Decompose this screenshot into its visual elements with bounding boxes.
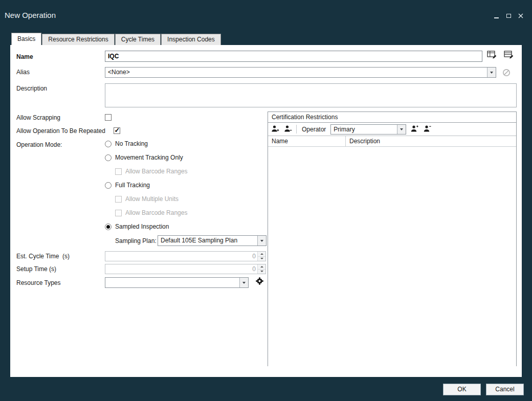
- chevron-down-icon: [400, 128, 403, 130]
- sampling-plan-label: Sampling Plan:: [115, 237, 157, 244]
- est-cycle-time-stepper: [257, 252, 265, 261]
- add-certification-button[interactable]: [271, 125, 280, 134]
- alias-value: <None>: [105, 68, 487, 77]
- operator-select[interactable]: Primary: [330, 124, 406, 135]
- setup-time-stepper: [257, 264, 265, 274]
- person-remove-certification-icon: [284, 125, 292, 134]
- certification-table-header: Name Description: [268, 136, 516, 147]
- setup-time-input: 0: [105, 264, 266, 274]
- toolbar-separator: [296, 125, 297, 133]
- sampling-plan-dropdown-button[interactable]: [257, 236, 266, 246]
- alias-dropdown-button[interactable]: [487, 68, 496, 77]
- arrow-up-icon: [260, 253, 263, 255]
- radio-no-tracking[interactable]: No Tracking: [105, 140, 148, 147]
- minimize-icon: [494, 17, 499, 18]
- movement-tracking-label: Movement Tracking Only: [115, 154, 183, 161]
- radio-movement-tracking[interactable]: Movement Tracking Only: [105, 154, 183, 161]
- radio-sampled-inspection[interactable]: Sampled Inspection: [105, 223, 169, 230]
- sampled-inspection-radio[interactable]: [105, 224, 112, 230]
- allow-scrapping-checkbox[interactable]: [105, 114, 112, 121]
- resource-types-settings-button[interactable]: [254, 277, 264, 287]
- resource-types-label: Resource Types: [16, 279, 61, 286]
- maximize-button[interactable]: [502, 11, 515, 20]
- no-tracking-radio[interactable]: [105, 141, 112, 147]
- certification-restrictions-title: Certification Restrictions: [268, 112, 516, 123]
- person-add-certification-icon: [271, 125, 279, 134]
- chevron-down-icon: [490, 72, 493, 74]
- tab-strip: Basics Resource Restrictions Cycle Times…: [11, 33, 221, 45]
- movement-barcode-checkbox: [115, 168, 122, 175]
- sampling-plan-value: Default 105E Sampling Plan: [158, 236, 257, 246]
- close-icon: [518, 11, 523, 20]
- tab-cycle-times[interactable]: Cycle Times: [115, 34, 161, 45]
- resource-types-value: [105, 278, 239, 287]
- alias-label: Alias: [16, 69, 30, 76]
- multiple-units-checkbox: [115, 196, 122, 203]
- name-input[interactable]: [105, 51, 482, 62]
- sampling-plan-select[interactable]: Default 105E Sampling Plan: [158, 235, 267, 246]
- maximize-icon: [506, 14, 511, 18]
- name-label: Name: [16, 53, 33, 60]
- allow-repeat-checkbox[interactable]: [114, 127, 120, 134]
- cancel-button[interactable]: Cancel: [486, 384, 524, 395]
- setup-time-down-button[interactable]: [258, 270, 265, 274]
- full-tracking-radio[interactable]: [105, 182, 112, 189]
- resource-types-dropdown-button[interactable]: [239, 278, 248, 287]
- description-input[interactable]: [105, 83, 517, 107]
- arrow-down-icon: [260, 258, 263, 259]
- setup-time-value[interactable]: 0: [105, 264, 257, 274]
- new-operation-window: New Operation Basics Resource Restrictio…: [0, 0, 532, 401]
- localized-name-button[interactable]: [486, 51, 498, 60]
- person-remove-icon: [423, 125, 431, 134]
- full-barcode-checkbox: [115, 210, 122, 216]
- add-operator-button[interactable]: [410, 125, 419, 134]
- operator-label: Operator: [302, 126, 326, 133]
- alias-select[interactable]: <None>: [105, 67, 496, 78]
- remove-certification-button[interactable]: [283, 125, 293, 134]
- est-cycle-time-value[interactable]: 0: [105, 252, 257, 261]
- description-label: Description: [16, 85, 47, 92]
- tab-resource-restrictions[interactable]: Resource Restrictions: [42, 34, 114, 45]
- allow-scrapping-label: Allow Scrapping: [16, 114, 60, 121]
- setup-time-label: Setup Time (s): [16, 265, 56, 273]
- full-tracking-label: Full Tracking: [115, 182, 150, 189]
- full-barcode-row: Allow Barcode Ranges: [115, 209, 187, 216]
- remove-operator-button[interactable]: [423, 125, 432, 134]
- minimize-button[interactable]: [490, 11, 502, 20]
- radio-full-tracking[interactable]: Full Tracking: [105, 182, 150, 189]
- multiple-units-row: Allow Multiple Units: [115, 195, 179, 203]
- localized-table-icon: [504, 50, 514, 61]
- setup-time-up-button[interactable]: [258, 264, 265, 270]
- chevron-down-icon: [242, 282, 246, 284]
- arrow-up-icon: [260, 266, 263, 268]
- multiple-units-label: Allow Multiple Units: [125, 195, 179, 203]
- operation-mode-label: Operation Mode:: [16, 141, 62, 148]
- localized-description-button[interactable]: [503, 51, 515, 60]
- movement-tracking-radio[interactable]: [105, 154, 112, 161]
- est-cycle-down-button[interactable]: [258, 257, 265, 261]
- column-header-name[interactable]: Name: [268, 136, 346, 146]
- arrow-down-icon: [260, 271, 263, 272]
- ok-button[interactable]: OK: [443, 384, 481, 395]
- operator-dropdown-button[interactable]: [397, 125, 406, 134]
- est-cycle-up-button[interactable]: [258, 252, 265, 257]
- chevron-down-icon: [260, 240, 263, 242]
- est-cycle-time-input: 0: [105, 251, 266, 261]
- tab-basics[interactable]: Basics: [11, 33, 41, 45]
- certification-restrictions-panel: Certification Restrictions: [268, 112, 517, 366]
- full-barcode-label: Allow Barcode Ranges: [125, 209, 187, 216]
- est-cycle-time-label: Est. Cycle Time (s): [16, 253, 70, 260]
- close-button[interactable]: [515, 11, 527, 20]
- operator-value: Primary: [331, 125, 397, 134]
- tab-inspection-codes[interactable]: Inspection Codes: [161, 34, 221, 45]
- gear-icon: [255, 279, 264, 287]
- column-header-description[interactable]: Description: [346, 136, 516, 146]
- localized-text-icon: [487, 50, 497, 61]
- window-title: New Operation: [5, 11, 56, 19]
- clear-alias-icon: [502, 69, 511, 79]
- basics-tab-content: Name Alias: [10, 45, 522, 377]
- resource-types-select[interactable]: [105, 277, 249, 288]
- movement-barcode-label: Allow Barcode Ranges: [125, 168, 187, 175]
- certification-toolbar: Operator Primary: [268, 123, 516, 136]
- sampled-inspection-label: Sampled Inspection: [115, 223, 169, 230]
